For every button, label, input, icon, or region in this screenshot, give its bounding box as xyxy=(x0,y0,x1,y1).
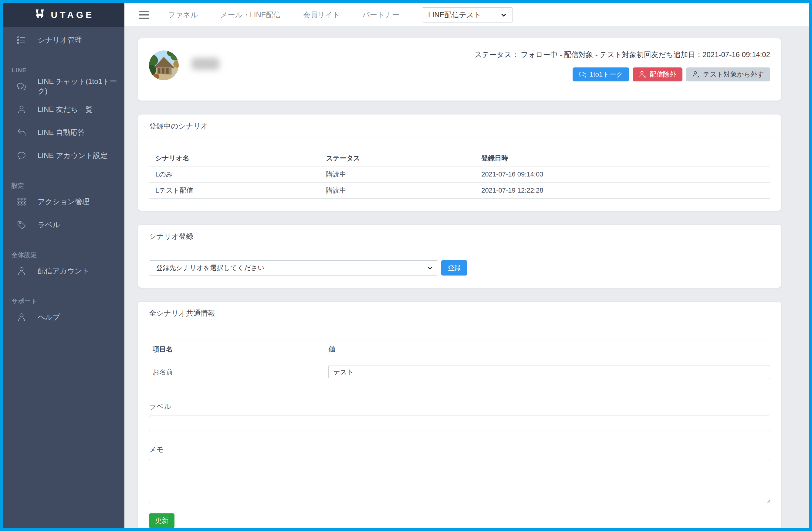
memo-textarea[interactable] xyxy=(149,459,770,503)
status-line: ステータス：フォロー中 - 配信対象 - テスト対象初回友だち追加日：2021-… xyxy=(475,50,770,59)
logo[interactable]: UTAGE xyxy=(3,3,125,27)
label-field-label: ラベル xyxy=(149,402,770,411)
card-title: シナリオ登録 xyxy=(138,225,781,248)
chevron-down-icon xyxy=(501,12,507,18)
app-window: UTAGE シナリオ管理 LINE LINE チャット(1to1トーク) xyxy=(0,0,812,531)
sidebar-item-line-chat[interactable]: LINE チャット(1to1トーク) xyxy=(3,75,125,98)
scenario-register-card: シナリオ登録 登録先シナリオを選択してください 登録 xyxy=(138,225,781,288)
table-row: Lテスト配信 購読中 2021-07-19 12:22:28 xyxy=(149,183,770,199)
chevron-down-icon xyxy=(427,265,433,271)
account-select-value: LINE配信テスト xyxy=(428,10,481,20)
cell-registered-at: 2021-07-19 12:22:28 xyxy=(475,183,770,199)
sidebar-item-scenario-management[interactable]: シナリオ管理 xyxy=(3,29,125,52)
status-value: フォロー中 - 配信対象 - テスト対象 xyxy=(521,51,637,59)
nav-link-partner[interactable]: パートナー xyxy=(362,10,399,20)
sidebar-item-line-autoreply[interactable]: LINE 自動応答 xyxy=(3,121,125,144)
sidebar-nav: シナリオ管理 LINE LINE チャット(1to1トーク) LINE 友だち一… xyxy=(3,27,125,329)
reply-arrow-icon xyxy=(16,127,27,138)
nav-link-mail-line-delivery[interactable]: メール・LINE配信 xyxy=(220,10,280,20)
card-title: 登録中のシナリオ xyxy=(138,114,781,138)
account-select[interactable]: LINE配信テスト xyxy=(422,7,513,23)
sidebar-item-labels[interactable]: ラベル xyxy=(3,213,125,236)
remove-from-test-button[interactable]: テスト対象から外す xyxy=(686,67,770,81)
sidebar-item-label: LINE アカウント設定 xyxy=(38,151,108,160)
tag-icon xyxy=(16,220,27,230)
person-icon xyxy=(16,312,27,322)
sidebar: UTAGE シナリオ管理 LINE LINE チャット(1to1トーク) xyxy=(3,3,125,528)
name-input[interactable] xyxy=(328,365,770,379)
card-title: 全シナリオ共通情報 xyxy=(138,302,781,325)
cell-scenario-name: Lテスト配信 xyxy=(149,183,320,199)
sidebar-item-delivery-account[interactable]: 配信アカウント xyxy=(3,260,125,282)
info-table-header: 項目名 値 xyxy=(149,340,770,359)
dot-grid-icon xyxy=(16,197,27,207)
column-header-item-name: 項目名 xyxy=(149,345,329,354)
cell-status: 購読中 xyxy=(320,166,475,183)
content-column: ファネル メール・LINE配信 会員サイト パートナー LINE配信テスト xyxy=(125,3,809,528)
sidebar-item-label: アクション管理 xyxy=(38,197,89,207)
sidebar-item-label: 配信アカウント xyxy=(38,266,89,276)
one-to-one-talk-button[interactable]: 1to1トーク xyxy=(572,67,629,81)
profile-actions: 1to1トーク 配信除外 テスト対象から外す xyxy=(475,67,770,81)
common-info-card: 全シナリオ共通情報 項目名 値 お名前 ラベル メモ 更新 xyxy=(138,302,781,528)
nav-link-funnel[interactable]: ファネル xyxy=(168,10,198,20)
sidebar-item-label: シナリオ管理 xyxy=(38,35,82,45)
person-icon xyxy=(16,266,27,276)
sidebar-item-label: LINE 自動応答 xyxy=(38,128,85,137)
logo-text: UTAGE xyxy=(51,10,95,20)
chat-bubbles-icon xyxy=(16,81,27,92)
sidebar-item-action-management[interactable]: アクション管理 xyxy=(3,190,125,213)
person-icon xyxy=(16,104,27,114)
friend-profile-card: ステータス：フォロー中 - 配信対象 - テスト対象初回友だち追加日：2021-… xyxy=(138,38,781,100)
cell-status: 購読中 xyxy=(320,183,475,199)
column-header-value: 値 xyxy=(329,345,335,354)
sidebar-item-label: ラベル xyxy=(38,220,60,230)
sidebar-item-help[interactable]: ヘルプ xyxy=(3,306,125,329)
person-remove-icon xyxy=(639,70,647,79)
chat-bubbles-icon xyxy=(579,70,586,79)
update-button[interactable]: 更新 xyxy=(149,513,174,528)
speech-bubble-icon xyxy=(16,150,27,161)
sidebar-section-global-settings: 全体設定 xyxy=(12,250,125,260)
hamburger-menu-icon[interactable] xyxy=(139,11,149,19)
register-button[interactable]: 登録 xyxy=(441,260,467,276)
sidebar-section-settings: 設定 xyxy=(12,181,125,190)
cell-scenario-name: Lのみ xyxy=(149,166,320,183)
scenario-select-value: 登録先シナリオを選択してください xyxy=(156,263,265,273)
member-name-redacted xyxy=(191,58,219,70)
top-navbar: ファネル メール・LINE配信 会員サイト パートナー LINE配信テスト xyxy=(125,3,809,27)
added-date-label: 初回友だち追加日： xyxy=(637,51,702,59)
cell-registered-at: 2021-07-16 09:14:03 xyxy=(475,166,770,183)
memo-field-label: メモ xyxy=(149,445,770,455)
utage-logo-icon xyxy=(33,9,46,21)
name-field-label: お名前 xyxy=(149,367,328,377)
registered-scenarios-table: シナリオ名 ステータス 登録日時 Lのみ 購読中 2021-07-16 09:1… xyxy=(149,150,770,199)
list-icon xyxy=(16,35,27,45)
sidebar-section-line: LINE xyxy=(12,66,125,75)
sidebar-item-line-account-settings[interactable]: LINE アカウント設定 xyxy=(3,144,125,167)
avatar xyxy=(149,51,179,80)
info-row-name: お名前 xyxy=(149,359,770,385)
registered-scenarios-card: 登録中のシナリオ シナリオ名 ステータス 登録日時 Lのみ xyxy=(138,114,781,211)
scenario-select[interactable]: 登録先シナリオを選択してください xyxy=(149,260,438,276)
table-row: Lのみ 購読中 2021-07-16 09:14:03 xyxy=(149,166,770,183)
button-label: テスト対象から外す xyxy=(703,70,764,79)
column-header-scenario-name: シナリオ名 xyxy=(149,150,320,166)
sidebar-section-support: サポート xyxy=(12,296,125,306)
sidebar-item-label: ヘルプ xyxy=(38,312,60,322)
status-label: ステータス： xyxy=(475,51,519,59)
sidebar-item-line-friends[interactable]: LINE 友だち一覧 xyxy=(3,98,125,121)
column-header-status: ステータス xyxy=(320,150,475,166)
person-remove-icon xyxy=(692,70,700,79)
column-header-registered-at: 登録日時 xyxy=(475,150,770,166)
added-date-value: 2021-07-16 09:14:02 xyxy=(702,51,770,59)
main-content: ステータス：フォロー中 - 配信対象 - テスト対象初回友だち追加日：2021-… xyxy=(125,27,809,528)
nav-link-member-site[interactable]: 会員サイト xyxy=(303,10,340,20)
profile-status-block: ステータス：フォロー中 - 配信対象 - テスト対象初回友だち追加日：2021-… xyxy=(475,49,770,89)
sidebar-item-label: LINE チャット(1to1トーク) xyxy=(38,76,125,96)
label-input[interactable] xyxy=(149,416,770,431)
button-label: 1to1トーク xyxy=(590,70,623,79)
sidebar-item-label: LINE 友だち一覧 xyxy=(38,104,92,114)
exclude-delivery-button[interactable]: 配信除外 xyxy=(633,67,682,81)
button-label: 配信除外 xyxy=(650,70,676,79)
